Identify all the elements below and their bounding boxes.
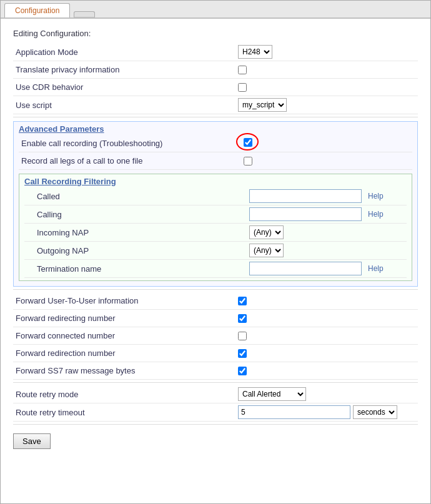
tab-bar: Configuration (1, 1, 430, 19)
calling-label: Calling (24, 210, 249, 219)
route-retry-timeout-unit-select[interactable]: seconds minutes (353, 405, 397, 419)
termination-name-control: Help (249, 262, 384, 275)
forward-redirecting-checkbox[interactable] (238, 314, 247, 323)
forward-user-to-user-row: Forward User-To-User information (13, 292, 418, 310)
forward-connected-control (238, 332, 247, 340)
use-cdr-checkbox[interactable] (238, 83, 247, 92)
termination-name-row: Termination name Help (24, 260, 407, 278)
use-cdr-row: Use CDR behavior (13, 79, 418, 96)
checkbox-circled-container (244, 138, 252, 149)
called-label: Called (24, 192, 249, 201)
forward-ss7-row: Forward SS7 raw message bytes (13, 362, 418, 380)
use-script-row: Use script my_script (None) (13, 96, 418, 114)
forward-user-to-user-checkbox[interactable] (238, 297, 247, 305)
route-retry-timeout-control: seconds minutes (238, 405, 397, 419)
forward-redirection-checkbox[interactable] (238, 349, 247, 358)
forward-user-to-user-label: Forward User-To-User information (13, 296, 238, 305)
forward-ss7-label: Forward SS7 raw message bytes (13, 366, 238, 375)
calling-input[interactable] (249, 207, 362, 221)
incoming-nap-control: (Any) (249, 225, 284, 239)
editing-title: Editing Configuration: (13, 29, 418, 38)
forward-ss7-control (238, 367, 247, 375)
record-all-legs-row: Record all legs of a call to one file (19, 152, 412, 170)
incoming-nap-select[interactable]: (Any) (249, 225, 284, 239)
main-content: Editing Configuration: Application Mode … (1, 19, 430, 460)
forward-redirection-row: Forward redirection number (13, 345, 418, 362)
application-mode-select[interactable]: H248 SIP ISDN (238, 45, 272, 59)
use-script-label: Use script (13, 101, 238, 110)
route-retry-timeout-input[interactable] (238, 405, 350, 419)
enable-call-recording-checkbox[interactable] (244, 138, 252, 147)
translate-privacy-control (238, 66, 247, 74)
termination-name-label: Termination name (24, 264, 249, 274)
called-row: Called Help (24, 187, 407, 205)
record-all-legs-control (244, 157, 252, 166)
outgoing-nap-control: (Any) (249, 244, 284, 257)
route-retry-mode-row: Route retry mode Call Alerted Call Compl… (13, 385, 418, 403)
forward-connected-checkbox[interactable] (238, 332, 247, 340)
forward-redirection-control (238, 349, 247, 358)
call-recording-filtering-section: Call Recording Filtering Called Help Cal… (19, 174, 412, 281)
called-control: Help (249, 189, 384, 203)
forward-redirecting-label: Forward redirecting number (13, 314, 238, 323)
advanced-parameters-title: Advanced Parameters (19, 124, 412, 134)
incoming-nap-label: Incoming NAP (24, 228, 249, 237)
save-button[interactable]: Save (13, 433, 51, 449)
outgoing-nap-row: Outgoing NAP (Any) (24, 242, 407, 260)
application-mode-label: Application Mode (13, 47, 238, 57)
forward-connected-label: Forward connected number (13, 331, 238, 340)
forward-ss7-checkbox[interactable] (238, 367, 247, 375)
incoming-nap-row: Incoming NAP (Any) (24, 224, 407, 242)
translate-privacy-row: Translate privacy information (13, 61, 418, 79)
enable-call-recording-control (244, 138, 252, 149)
calling-row: Calling Help (24, 205, 407, 224)
called-help-link[interactable]: Help (368, 192, 384, 200)
calling-help-link[interactable]: Help (368, 210, 384, 219)
route-retry-timeout-row: Route retry timeout seconds minutes (13, 403, 418, 422)
use-script-control: my_script (None) (238, 98, 287, 112)
route-retry-mode-label: Route retry mode (13, 390, 238, 399)
forward-redirection-label: Forward redirection number (13, 348, 238, 358)
forward-connected-row: Forward connected number (13, 327, 418, 345)
translate-privacy-checkbox[interactable] (238, 66, 247, 74)
application-mode-control: H248 SIP ISDN (238, 45, 272, 59)
use-cdr-label: Use CDR behavior (13, 82, 238, 92)
tab-configuration[interactable]: Configuration (4, 3, 70, 17)
route-retry-timeout-label: Route retry timeout (13, 408, 238, 417)
enable-call-recording-label: Enable call recording (Troubleshooting) (19, 139, 244, 148)
forward-user-to-user-control (238, 297, 247, 305)
route-retry-mode-select[interactable]: Call Alerted Call Completed Immediate (238, 387, 306, 401)
translate-privacy-label: Translate privacy information (13, 65, 238, 74)
forward-redirecting-row: Forward redirecting number (13, 310, 418, 327)
termination-name-input[interactable] (249, 262, 362, 275)
advanced-parameters-section: Advanced Parameters Enable call recordin… (13, 121, 418, 287)
use-cdr-control (238, 83, 247, 92)
record-all-legs-label: Record all legs of a call to one file (19, 156, 244, 166)
record-all-legs-checkbox[interactable] (244, 157, 252, 166)
termination-name-help-link[interactable]: Help (368, 264, 384, 273)
tab-inactive[interactable] (74, 11, 95, 17)
use-script-select[interactable]: my_script (None) (238, 98, 287, 112)
outgoing-nap-select[interactable]: (Any) (249, 244, 284, 257)
route-retry-mode-control: Call Alerted Call Completed Immediate (238, 387, 306, 401)
call-recording-filtering-title: Call Recording Filtering (24, 177, 407, 186)
forward-redirecting-control (238, 314, 247, 323)
outgoing-nap-label: Outgoing NAP (24, 246, 249, 255)
main-window: Configuration Editing Configuration: App… (0, 0, 431, 504)
called-input[interactable] (249, 189, 362, 203)
application-mode-row: Application Mode H248 SIP ISDN (13, 43, 418, 61)
calling-control: Help (249, 207, 384, 221)
enable-call-recording-row: Enable call recording (Troubleshooting) (19, 135, 412, 152)
